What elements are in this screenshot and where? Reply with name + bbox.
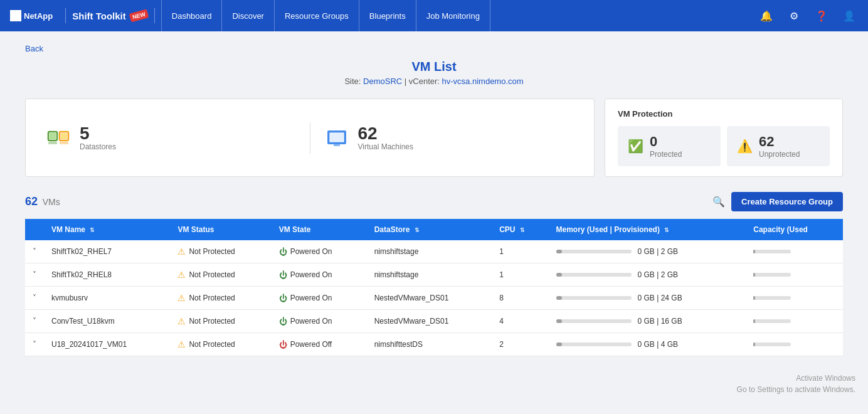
- table-row: ˅ ShiftTk02_RHEL8 ⚠ Not Protected ⏻ Powe…: [25, 263, 843, 287]
- page-content: Back VM List Site: DemoSRC | vCenter: hv…: [0, 31, 868, 369]
- memory-bar: [556, 319, 563, 323]
- cell-capacity: [746, 310, 843, 333]
- table-header-row: VM Name ⇅ VM Status VM State DataStore ⇅…: [25, 219, 843, 240]
- cell-vm-state: ⏻ Powered On: [272, 287, 367, 310]
- datastores-icon: [45, 124, 72, 152]
- cell-memory: 0 GB | 16 GB: [549, 310, 746, 333]
- cell-datastore: nimshiftstage: [367, 240, 492, 263]
- memory-sort-icon[interactable]: ⇅: [664, 227, 669, 233]
- create-resource-group-button[interactable]: Create Resource Group: [731, 192, 843, 211]
- memory-value: 0 GB | 4 GB: [638, 340, 678, 349]
- col-datastore: DataStore ⇅: [367, 219, 492, 240]
- toolkit-brand: Shift Toolkit NEW: [72, 11, 148, 21]
- svg-rect-4: [50, 133, 56, 139]
- vm-count-label: VMs: [43, 197, 60, 207]
- notification-icon[interactable]: 🔔: [758, 7, 775, 24]
- netapp-square-icon: [10, 10, 21, 21]
- col-vm-status: VM Status: [170, 219, 271, 240]
- protection-card: VM Protection ✅ 0 Protected ⚠️ 62 Unprot…: [605, 98, 843, 177]
- memory-value: 0 GB | 16 GB: [638, 317, 682, 326]
- memory-bar-container: [556, 319, 632, 323]
- stats-card: 5 Datastores: [25, 98, 595, 177]
- site-value[interactable]: DemoSRC: [363, 77, 402, 86]
- capacity-bar-container: [753, 319, 791, 323]
- row-expand-button[interactable]: ˅: [33, 247, 36, 256]
- col-cpu: CPU ⇅: [492, 219, 548, 240]
- not-protected-icon: ⚠: [177, 270, 186, 280]
- row-expand-button[interactable]: ˅: [33, 340, 36, 349]
- memory-bar: [556, 273, 563, 277]
- memory-bar-container: [556, 342, 632, 346]
- site-label: Site:: [344, 77, 361, 86]
- nav-job-monitoring[interactable]: Job Monitoring: [416, 0, 490, 31]
- svg-rect-2: [48, 142, 57, 144]
- cell-datastore: NestedVMware_DS01: [367, 287, 492, 310]
- cell-cpu: 4: [492, 310, 548, 333]
- col-vm-name: VM Name ⇅: [44, 219, 170, 240]
- state-text: Powered On: [290, 247, 332, 256]
- capacity-bar: [753, 342, 755, 346]
- nav-dashboard[interactable]: Dashboard: [161, 0, 223, 31]
- protected-check-icon: ✅: [628, 139, 643, 154]
- table-row: ˅ ConvTest_U18kvm ⚠ Not Protected ⏻ Powe…: [25, 310, 843, 333]
- datastore-sort-icon[interactable]: ⇅: [415, 227, 420, 233]
- settings-icon[interactable]: ⚙: [785, 7, 803, 24]
- memory-value: 0 GB | 2 GB: [638, 270, 678, 279]
- memory-bar: [556, 250, 563, 253]
- status-text: Not Protected: [189, 270, 235, 279]
- cell-vm-status: ⚠ Not Protected: [170, 333, 271, 356]
- svg-rect-9: [331, 134, 343, 141]
- row-expand-button[interactable]: ˅: [33, 270, 36, 279]
- stats-items: 5 Datastores: [45, 122, 575, 154]
- vms-count: 62: [358, 125, 414, 142]
- nav-blueprints[interactable]: Blueprints: [359, 0, 416, 31]
- cell-vm-status: ⚠ Not Protected: [170, 287, 271, 310]
- datastores-info: 5 Datastores: [80, 125, 116, 151]
- cell-capacity: [746, 333, 843, 356]
- brand-logo: NetApp: [10, 10, 53, 21]
- vm-list-header: 62 VMs 🔍 Create Resource Group: [25, 192, 843, 211]
- cell-vm-state: ⏻ Powered On: [272, 240, 367, 263]
- col-memory: Memory (Used | Provisioned) ⇅: [549, 219, 746, 240]
- vm-name-sort-icon[interactable]: ⇅: [90, 227, 95, 233]
- cpu-sort-icon[interactable]: ⇅: [520, 227, 525, 233]
- datastores-label: Datastores: [80, 142, 116, 151]
- row-expand-button[interactable]: ˅: [33, 294, 36, 302]
- search-button[interactable]: 🔍: [712, 196, 725, 208]
- nav-icons: 🔔 ⚙ ❓ 👤: [758, 7, 858, 24]
- svg-rect-5: [61, 133, 67, 139]
- unprotected-label: Unprotected: [759, 150, 800, 159]
- row-expand-button[interactable]: ˅: [33, 317, 36, 326]
- netapp-label: NetApp: [24, 11, 53, 21]
- user-icon[interactable]: 👤: [840, 7, 858, 24]
- cell-capacity: [746, 287, 843, 310]
- vm-table: VM Name ⇅ VM Status VM State DataStore ⇅…: [25, 219, 843, 356]
- table-body: ˅ ShiftTk02_RHEL7 ⚠ Not Protected ⏻ Powe…: [25, 240, 843, 356]
- vcenter-label: vCenter:: [409, 77, 440, 86]
- cell-capacity: [746, 240, 843, 263]
- back-link[interactable]: Back: [25, 44, 43, 53]
- nav-resource-groups[interactable]: Resource Groups: [275, 0, 359, 31]
- netapp-logo: NetApp: [10, 10, 53, 21]
- unprotected-count: 62: [759, 134, 800, 150]
- datastores-stat: 5 Datastores: [45, 124, 297, 152]
- nav-discover[interactable]: Discover: [222, 0, 275, 31]
- vcenter-value[interactable]: hv-vcsa.nimdemo.com: [442, 77, 524, 86]
- navbar: NetApp Shift Toolkit NEW Dashboard Disco…: [0, 0, 868, 31]
- power-on-icon: ⏻: [279, 294, 287, 303]
- status-text: Not Protected: [189, 247, 235, 256]
- capacity-bar: [753, 250, 755, 253]
- protection-items: ✅ 0 Protected ⚠️ 62 Unprotected: [618, 126, 830, 166]
- state-text: Powered On: [290, 270, 332, 279]
- cell-cpu: 8: [492, 287, 548, 310]
- help-icon[interactable]: ❓: [813, 7, 830, 24]
- cell-cpu: 1: [492, 263, 548, 287]
- cell-memory: 0 GB | 4 GB: [549, 333, 746, 356]
- cell-vm-name: U18_20241017_VM01: [44, 333, 170, 356]
- table-header: VM Name ⇅ VM Status VM State DataStore ⇅…: [25, 219, 843, 240]
- power-on-icon: ⏻: [279, 317, 287, 326]
- nav-divider-2: [154, 8, 155, 23]
- cell-memory: 0 GB | 2 GB: [549, 263, 746, 287]
- cell-vm-status: ⚠ Not Protected: [170, 310, 271, 333]
- vms-icon: [323, 124, 351, 152]
